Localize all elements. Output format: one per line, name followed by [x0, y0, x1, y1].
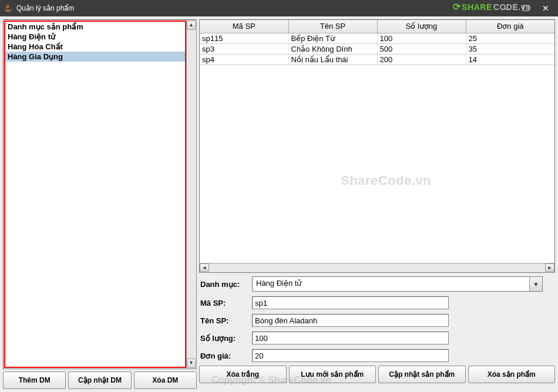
chevron-down-icon[interactable]: ▼: [529, 277, 542, 291]
table-header-cell[interactable]: Đơn giá: [466, 20, 554, 33]
table-header-cell[interactable]: Mã SP: [200, 20, 288, 33]
table-cell: Nồi nấu Lẩu thái: [288, 54, 377, 65]
delete-category-button[interactable]: Xóa DM: [134, 371, 197, 389]
category-item[interactable]: Hàng Điện tử: [5, 32, 185, 42]
update-category-button[interactable]: Cập nhật DM: [68, 371, 131, 389]
scroll-left-icon[interactable]: ◄: [200, 263, 209, 272]
titlebar: Quản lý sản phẩm — ☐ ✕: [0, 0, 558, 16]
product-buttons: Xóa trắng Lưu mới sản phẩm Cập nhật sản …: [199, 366, 555, 383]
add-category-button[interactable]: Thêm DM: [3, 371, 66, 389]
window-title: Quản lý sản phẩm: [16, 4, 502, 12]
table-cell: 100: [377, 33, 466, 43]
table-cell: 25: [466, 33, 554, 43]
category-combo[interactable]: Hàng Điện tử ▼: [252, 276, 543, 292]
clear-button[interactable]: Xóa trắng: [199, 366, 287, 383]
product-table[interactable]: Mã SPTên SPSố lượngĐơn giá sp115Bếp Điện…: [200, 20, 554, 65]
price-input[interactable]: [252, 349, 449, 362]
table-horizontal-scrollbar[interactable]: ◄ ►: [200, 263, 554, 272]
category-label: Danh mục:: [200, 280, 247, 289]
table-row[interactable]: sp115Bếp Điện Từ10025: [200, 33, 554, 43]
delete-product-button[interactable]: Xóa sản phẩm: [468, 366, 556, 383]
table-row[interactable]: sp4Nồi nấu Lẩu thái20014: [200, 54, 554, 65]
category-item[interactable]: Hàng Hóa Chất: [5, 42, 185, 52]
update-product-button[interactable]: Cập nhật sản phẩm: [378, 366, 466, 383]
category-list[interactable]: Danh mục sản phẩmHàng Điện tửHàng Hóa Ch…: [4, 21, 186, 368]
save-new-product-button[interactable]: Lưu mới sản phẩm: [289, 366, 377, 383]
table-cell: 500: [377, 43, 466, 54]
category-item[interactable]: Danh mục sản phẩm: [5, 22, 185, 32]
table-cell: 200: [377, 54, 466, 65]
window-controls: — ☐ ✕: [502, 4, 554, 12]
name-label: Tên SP:: [200, 316, 247, 325]
scroll-down-icon[interactable]: ▼: [187, 359, 196, 368]
product-table-area: Mã SPTên SPSố lượngĐơn giá sp115Bếp Điện…: [199, 19, 555, 273]
table-cell: 35: [466, 43, 554, 54]
scroll-right-icon[interactable]: ►: [545, 263, 554, 272]
scroll-up-icon[interactable]: ▲: [187, 21, 196, 30]
code-label: Mã SP:: [200, 299, 247, 307]
table-row[interactable]: sp3Chảo Không Dính50035: [200, 43, 554, 54]
right-panel: Mã SPTên SPSố lượngĐơn giá sp115Bếp Điện…: [199, 19, 555, 389]
table-header-cell[interactable]: Số lượng: [377, 20, 466, 33]
qty-input[interactable]: [252, 332, 449, 344]
table-cell: Bếp Điện Từ: [288, 33, 377, 43]
maximize-button[interactable]: ☐: [522, 4, 530, 12]
java-icon: [4, 4, 13, 13]
product-form: Danh mục: Hàng Điện tử ▼ Mã SP: Tên SP: …: [199, 275, 555, 362]
table-cell: sp3: [200, 43, 288, 54]
category-combo-value: Hàng Điện tử: [253, 277, 529, 291]
table-cell: 14: [466, 54, 554, 65]
category-item[interactable]: Hàng Gia Dụng: [5, 52, 185, 62]
minimize-button[interactable]: —: [502, 4, 510, 12]
close-button[interactable]: ✕: [542, 4, 550, 12]
category-buttons: Thêm DM Cập nhật DM Xóa DM: [3, 371, 197, 389]
table-cell: sp4: [200, 54, 288, 65]
table-cell: Chảo Không Dính: [288, 43, 377, 54]
left-panel: Danh mục sản phẩmHàng Điện tửHàng Hóa Ch…: [3, 19, 197, 389]
table-header-cell[interactable]: Tên SP: [288, 20, 377, 33]
price-label: Đơn giá:: [200, 352, 247, 360]
qty-label: Số lượng:: [200, 334, 247, 343]
code-input[interactable]: [252, 296, 449, 309]
category-scrollbar[interactable]: ▲ ▼: [186, 21, 196, 368]
category-list-wrap: Danh mục sản phẩmHàng Điện tửHàng Hóa Ch…: [3, 19, 197, 369]
table-cell: sp115: [200, 33, 288, 43]
name-input[interactable]: [252, 314, 449, 327]
